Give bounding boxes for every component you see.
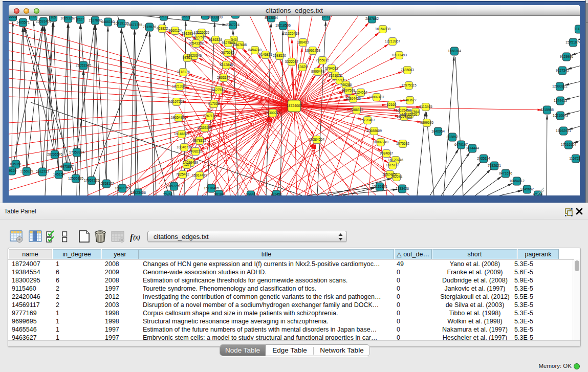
svg-text:8678352: 8678352 [193, 139, 206, 142]
svg-text:1244413: 1244413 [554, 99, 567, 102]
svg-text:835061: 835061 [10, 162, 22, 166]
svg-text:15136141: 15136141 [372, 185, 387, 188]
svg-text:2867608: 2867608 [233, 43, 247, 47]
svg-text:186403: 186403 [297, 40, 309, 44]
svg-text:16914479: 16914479 [192, 173, 207, 177]
svg-text:16961758: 16961758 [305, 49, 320, 52]
svg-text:7386372: 7386372 [350, 108, 363, 112]
svg-text:2718176: 2718176 [177, 70, 190, 74]
svg-text:105: 105 [50, 16, 56, 19]
svg-text:11325419: 11325419 [284, 32, 299, 35]
svg-text:20206576: 20206576 [47, 152, 62, 156]
svg-text:20691406: 20691406 [36, 19, 51, 23]
svg-text:3124554: 3124554 [354, 91, 367, 94]
svg-text:19384554: 19384554 [309, 138, 324, 141]
svg-text:2887682: 2887682 [365, 17, 379, 20]
svg-text:13629: 13629 [298, 65, 308, 69]
svg-text:10107553: 10107553 [169, 100, 184, 103]
svg-text:9327505: 9327505 [193, 35, 206, 39]
svg-text:9899695: 9899695 [420, 121, 433, 124]
svg-text:6466160: 6466160 [101, 20, 115, 24]
svg-text:15720407: 15720407 [360, 118, 375, 122]
svg-text:8427552: 8427552 [212, 88, 225, 92]
svg-text:16033809: 16033809 [207, 16, 223, 19]
svg-text:1975692: 1975692 [396, 142, 409, 145]
svg-text:546: 546 [231, 38, 236, 41]
svg-text:20695: 20695 [246, 193, 256, 196]
svg-text:10973493: 10973493 [391, 53, 407, 57]
svg-text:10653267: 10653267 [60, 16, 76, 20]
svg-text:10807487: 10807487 [369, 95, 384, 99]
svg-text:2935114: 2935114 [477, 157, 490, 160]
svg-text:995: 995 [30, 16, 36, 18]
svg-text:2942737: 2942737 [36, 170, 49, 173]
svg-text:62160: 62160 [387, 103, 397, 106]
svg-text:7515526: 7515526 [143, 25, 156, 29]
svg-text:59723: 59723 [159, 16, 169, 18]
svg-text:16638: 16638 [181, 16, 191, 18]
svg-text:127: 127 [184, 163, 189, 166]
svg-text:2588520: 2588520 [273, 54, 286, 57]
svg-text:9777169: 9777169 [333, 78, 346, 82]
svg-text:12505135: 12505135 [68, 177, 83, 180]
svg-text:746266: 746266 [340, 83, 352, 86]
svg-text:7357224: 7357224 [226, 23, 239, 27]
svg-text:10025458: 10025458 [396, 108, 411, 112]
svg-text:16671355: 16671355 [127, 23, 142, 27]
svg-text:13226055: 13226055 [194, 31, 209, 34]
svg-text:8454749: 8454749 [248, 48, 262, 52]
svg-text:1156829: 1156829 [20, 169, 33, 173]
svg-text:1733426: 1733426 [396, 187, 409, 190]
svg-text:7625402: 7625402 [176, 172, 189, 176]
svg-text:8186328: 8186328 [209, 38, 222, 41]
svg-text:15751074: 15751074 [565, 40, 580, 44]
svg-text:21053346: 21053346 [76, 63, 91, 67]
svg-text:1640954: 1640954 [431, 129, 445, 133]
svg-text:12093822: 12093822 [552, 84, 568, 88]
svg-text:11124: 11124 [574, 27, 580, 31]
svg-text:17016504: 17016504 [561, 143, 576, 146]
svg-text:19166825: 19166825 [174, 132, 189, 136]
svg-text:9474444: 9474444 [466, 146, 479, 150]
svg-text:96184: 96184 [214, 192, 224, 196]
svg-text:19218506: 19218506 [275, 24, 291, 27]
svg-text:20364436: 20364436 [345, 97, 361, 100]
svg-text:8990448: 8990448 [311, 70, 324, 73]
svg-text:5322037: 5322037 [285, 60, 298, 63]
svg-text:8471676: 8471676 [499, 171, 512, 175]
svg-text:1167533: 1167533 [569, 157, 580, 160]
svg-text:9463627: 9463627 [403, 98, 417, 102]
svg-text:992450: 992450 [271, 192, 282, 196]
svg-text:6897508: 6897508 [342, 89, 355, 92]
svg-text:7564: 7564 [412, 110, 420, 114]
svg-text:11353594: 11353594 [197, 126, 212, 129]
svg-text:9129966: 9129966 [560, 55, 573, 58]
svg-text:16120746: 16120746 [388, 158, 403, 162]
svg-text:252254: 252254 [391, 175, 403, 179]
svg-text:15723: 15723 [321, 16, 331, 18]
svg-text:7955812: 7955812 [316, 58, 329, 62]
svg-text:19654925: 19654925 [171, 116, 186, 119]
svg-text:16210643: 16210643 [553, 114, 568, 117]
svg-text:1668764: 1668764 [448, 49, 461, 53]
svg-text:2803144: 2803144 [217, 76, 230, 79]
svg-text:1615132: 1615132 [386, 163, 399, 167]
svg-text:17957225: 17957225 [84, 179, 99, 182]
svg-text:12213349: 12213349 [172, 84, 187, 88]
svg-text:39159: 39159 [9, 169, 17, 172]
svg-text:8813054: 8813054 [265, 16, 278, 19]
svg-text:917006: 917006 [208, 102, 220, 105]
svg-text:7485063: 7485063 [401, 68, 414, 72]
svg-text:7632621: 7632621 [488, 164, 501, 167]
svg-text:463822: 463822 [157, 27, 168, 30]
svg-text:10046736: 10046736 [177, 145, 192, 149]
svg-text:3498222: 3498222 [189, 149, 202, 153]
svg-text:2055: 2055 [9, 16, 17, 18]
svg-text:9227342: 9227342 [556, 69, 569, 72]
svg-text:1621072: 1621072 [329, 74, 342, 77]
svg-text:12975115: 12975115 [401, 83, 417, 87]
svg-text:3675685: 3675685 [221, 51, 234, 54]
svg-text:1527: 1527 [77, 17, 84, 21]
svg-text:10688609: 10688609 [366, 129, 382, 133]
svg-text:18807249: 18807249 [373, 140, 388, 144]
